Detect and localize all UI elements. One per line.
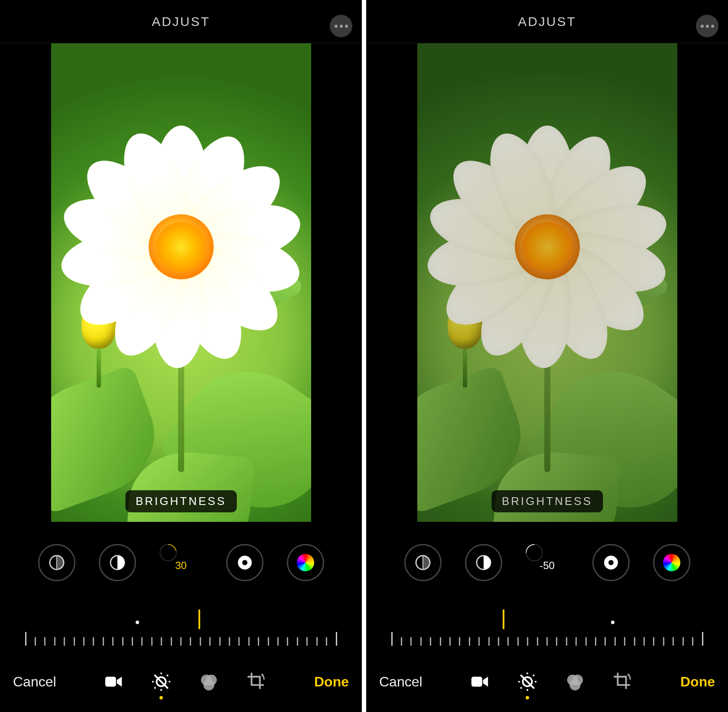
svg-point-10 bbox=[160, 689, 162, 691]
edit-mode-tabs bbox=[103, 671, 267, 693]
tab-video[interactable] bbox=[103, 671, 124, 693]
blackpoint-icon bbox=[602, 554, 620, 571]
adjust-dials[interactable]: -50 bbox=[366, 540, 728, 623]
value-ruler[interactable] bbox=[0, 623, 362, 651]
svg-point-16 bbox=[167, 687, 169, 689]
svg-point-35 bbox=[533, 675, 535, 676]
dial-contrast[interactable] bbox=[99, 544, 136, 581]
crop-icon bbox=[613, 672, 633, 692]
svg-point-40 bbox=[570, 680, 581, 690]
ruler-needle[interactable] bbox=[503, 609, 504, 629]
svg-point-15 bbox=[154, 687, 156, 689]
dial-brightness[interactable]: 30 bbox=[159, 544, 203, 587]
svg-point-19 bbox=[204, 680, 214, 690]
dial-saturation[interactable] bbox=[653, 544, 690, 581]
tab-filters[interactable] bbox=[198, 671, 220, 693]
phone-screen-right: ADJUST bbox=[366, 0, 728, 712]
svg-point-34 bbox=[520, 675, 522, 676]
svg-point-13 bbox=[154, 675, 156, 676]
dial-brightness[interactable]: -50 bbox=[526, 544, 569, 587]
more-button[interactable] bbox=[330, 15, 352, 37]
svg-rect-27 bbox=[471, 677, 482, 687]
brightness-value: -50 bbox=[540, 560, 555, 572]
flower bbox=[68, 134, 294, 359]
adjust-icon bbox=[517, 672, 537, 692]
flower-center bbox=[515, 214, 580, 279]
header: ADJUST bbox=[366, 0, 728, 43]
header-title: ADJUST bbox=[518, 14, 576, 29]
brightness-progress-arc bbox=[159, 544, 177, 561]
dial-shadows[interactable] bbox=[404, 544, 442, 581]
svg-point-26 bbox=[608, 560, 614, 565]
value-ruler[interactable] bbox=[366, 623, 728, 651]
adjust-label: BRIGHTNESS bbox=[491, 490, 603, 512]
adjust-dials[interactable]: 30 bbox=[0, 540, 362, 623]
video-icon bbox=[104, 672, 124, 692]
ruler-origin-dot bbox=[611, 621, 614, 624]
dial-contrast[interactable] bbox=[465, 544, 502, 581]
screenshot-divider bbox=[362, 0, 366, 712]
done-button[interactable]: Done bbox=[680, 674, 715, 690]
filters-icon bbox=[565, 672, 585, 692]
edit-mode-tabs bbox=[469, 671, 634, 693]
tab-video[interactable] bbox=[469, 671, 491, 693]
blackpoint-icon bbox=[236, 554, 254, 571]
header-title: ADJUST bbox=[152, 14, 210, 29]
svg-point-9 bbox=[160, 673, 162, 674]
active-tab-dot bbox=[526, 696, 529, 699]
svg-point-37 bbox=[533, 687, 535, 689]
crop-icon bbox=[247, 672, 266, 692]
svg-point-12 bbox=[169, 681, 170, 683]
adjust-label-text: BRIGHTNESS bbox=[502, 495, 592, 508]
dial-blackpoint[interactable] bbox=[226, 544, 263, 581]
svg-point-30 bbox=[526, 673, 528, 674]
adjust-label: BRIGHTNESS bbox=[125, 490, 237, 512]
more-button[interactable] bbox=[696, 15, 718, 37]
flower-center bbox=[149, 214, 214, 279]
tab-filters[interactable] bbox=[564, 671, 586, 693]
tab-crop[interactable] bbox=[246, 671, 267, 693]
saturation-icon bbox=[297, 554, 314, 571]
flower bbox=[435, 134, 660, 359]
filters-icon bbox=[199, 672, 219, 692]
svg-point-31 bbox=[526, 689, 528, 691]
photo-preview[interactable]: BRIGHTNESS bbox=[51, 43, 311, 522]
svg-point-14 bbox=[167, 675, 169, 676]
svg-point-5 bbox=[242, 560, 247, 565]
ruler-origin-dot bbox=[136, 621, 139, 624]
svg-point-32 bbox=[518, 681, 520, 683]
ruler-track[interactable] bbox=[391, 628, 703, 646]
svg-point-36 bbox=[520, 687, 522, 689]
bottom-bar: Cancel bbox=[366, 651, 728, 712]
active-tab-dot bbox=[159, 696, 163, 699]
adjust-label-text: BRIGHTNESS bbox=[136, 495, 226, 508]
brightness-value: 30 bbox=[175, 560, 187, 572]
phone-screen-left: ADJUST bbox=[0, 0, 362, 712]
screenshot-pair: ADJUST bbox=[0, 0, 728, 712]
done-button[interactable]: Done bbox=[314, 674, 349, 690]
shadows-icon bbox=[414, 554, 432, 571]
brightness-progress-arc bbox=[526, 544, 543, 561]
cancel-button[interactable]: Cancel bbox=[379, 674, 422, 690]
adjust-icon bbox=[151, 672, 171, 692]
photo-area: BRIGHTNESS bbox=[0, 43, 362, 540]
dial-saturation[interactable] bbox=[287, 544, 324, 581]
tab-crop[interactable] bbox=[612, 671, 634, 693]
shadows-icon bbox=[48, 554, 65, 571]
contrast-icon bbox=[475, 554, 492, 571]
contrast-icon bbox=[109, 554, 126, 571]
cancel-button[interactable]: Cancel bbox=[13, 674, 56, 690]
dial-blackpoint[interactable] bbox=[592, 544, 630, 581]
svg-point-11 bbox=[152, 681, 154, 683]
dial-shadows[interactable] bbox=[38, 544, 75, 581]
photo-preview[interactable]: BRIGHTNESS bbox=[417, 43, 677, 522]
tab-adjust[interactable] bbox=[150, 671, 172, 693]
photo-area: BRIGHTNESS bbox=[366, 43, 728, 540]
svg-point-33 bbox=[535, 681, 536, 683]
bottom-bar: Cancel bbox=[0, 651, 362, 712]
ruler-needle[interactable] bbox=[198, 609, 200, 629]
video-icon bbox=[470, 672, 490, 692]
tab-adjust[interactable] bbox=[517, 671, 538, 693]
header: ADJUST bbox=[0, 0, 362, 43]
ruler-track[interactable] bbox=[25, 628, 337, 646]
